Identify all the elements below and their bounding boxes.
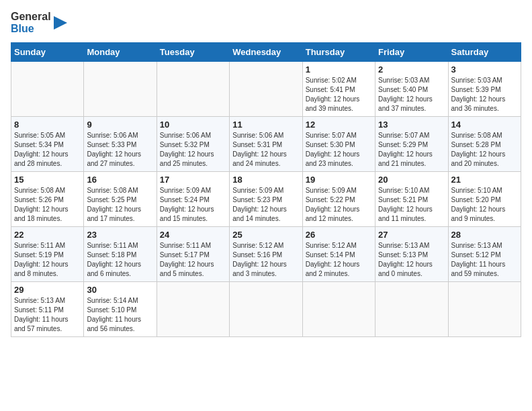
day-number: 29	[14, 285, 81, 295]
calendar-cell: 23 Sunrise: 5:11 AMSunset: 5:18 PMDaylig…	[84, 227, 157, 282]
day-info: Sunrise: 5:13 AMSunset: 5:11 PMDaylight:…	[14, 297, 69, 332]
calendar-cell: 3 Sunrise: 5:03 AMSunset: 5:39 PMDayligh…	[448, 62, 521, 117]
calendar-cell: 18 Sunrise: 5:09 AMSunset: 5:23 PMDaylig…	[230, 172, 302, 227]
calendar-cell: 9 Sunrise: 5:06 AMSunset: 5:33 PMDayligh…	[84, 117, 157, 172]
calendar-cell	[375, 282, 448, 337]
calendar-cell: 19 Sunrise: 5:09 AMSunset: 5:22 PMDaylig…	[302, 172, 375, 227]
day-info: Sunrise: 5:11 AMSunset: 5:17 PMDaylight:…	[160, 242, 214, 277]
day-info: Sunrise: 5:08 AMSunset: 5:25 PMDaylight:…	[87, 187, 141, 222]
col-header-monday: Monday	[84, 43, 157, 62]
calendar-cell: 27 Sunrise: 5:13 AMSunset: 5:13 PMDaylig…	[375, 227, 448, 282]
calendar-cell	[448, 282, 521, 337]
calendar-cell: 25 Sunrise: 5:12 AMSunset: 5:16 PMDaylig…	[230, 227, 302, 282]
day-number: 26	[306, 230, 372, 240]
calendar-cell: 22 Sunrise: 5:11 AMSunset: 5:19 PMDaylig…	[11, 227, 84, 282]
day-info: Sunrise: 5:09 AMSunset: 5:24 PMDaylight:…	[160, 187, 214, 222]
day-info: Sunrise: 5:08 AMSunset: 5:28 PMDaylight:…	[451, 132, 506, 167]
calendar-cell	[230, 62, 302, 117]
logo-general: General	[11, 11, 51, 23]
day-number: 27	[378, 230, 445, 240]
day-info: Sunrise: 5:10 AMSunset: 5:21 PMDaylight:…	[378, 187, 433, 222]
day-info: Sunrise: 5:11 AMSunset: 5:18 PMDaylight:…	[87, 242, 141, 277]
day-number: 14	[451, 120, 518, 130]
day-number: 13	[378, 120, 445, 130]
day-number: 8	[14, 120, 81, 130]
calendar-week-2: 8 Sunrise: 5:05 AMSunset: 5:34 PMDayligh…	[11, 117, 521, 172]
calendar-cell	[157, 282, 229, 337]
col-header-sunday: Sunday	[11, 43, 84, 62]
day-info: Sunrise: 5:10 AMSunset: 5:20 PMDaylight:…	[451, 187, 506, 222]
day-info: Sunrise: 5:03 AMSunset: 5:39 PMDaylight:…	[451, 77, 506, 112]
calendar-week-4: 22 Sunrise: 5:11 AMSunset: 5:19 PMDaylig…	[11, 227, 521, 282]
calendar-cell: 8 Sunrise: 5:05 AMSunset: 5:34 PMDayligh…	[11, 117, 84, 172]
day-number: 19	[306, 175, 372, 185]
col-header-wednesday: Wednesday	[230, 43, 302, 62]
col-header-friday: Friday	[375, 43, 448, 62]
day-number: 30	[87, 285, 153, 295]
calendar-cell: 30 Sunrise: 5:14 AMSunset: 5:10 PMDaylig…	[84, 282, 157, 337]
calendar-cell	[230, 282, 302, 337]
logo-arrow-icon	[54, 13, 67, 33]
calendar-cell: 10 Sunrise: 5:06 AMSunset: 5:32 PMDaylig…	[157, 117, 229, 172]
calendar-cell	[157, 62, 229, 117]
calendar-cell: 20 Sunrise: 5:10 AMSunset: 5:21 PMDaylig…	[375, 172, 448, 227]
calendar-cell: 24 Sunrise: 5:11 AMSunset: 5:17 PMDaylig…	[157, 227, 229, 282]
day-info: Sunrise: 5:09 AMSunset: 5:22 PMDaylight:…	[306, 187, 360, 222]
day-number: 12	[306, 120, 372, 130]
day-info: Sunrise: 5:07 AMSunset: 5:29 PMDaylight:…	[378, 132, 433, 167]
day-number: 28	[451, 230, 518, 240]
day-info: Sunrise: 5:06 AMSunset: 5:31 PMDaylight:…	[232, 132, 287, 167]
day-number: 2	[378, 64, 445, 75]
day-number: 9	[87, 120, 153, 130]
calendar-week-3: 15 Sunrise: 5:08 AMSunset: 5:26 PMDaylig…	[11, 172, 521, 227]
day-number: 17	[160, 175, 226, 185]
calendar-cell: 21 Sunrise: 5:10 AMSunset: 5:20 PMDaylig…	[448, 172, 521, 227]
col-header-tuesday: Tuesday	[157, 43, 229, 62]
day-number: 22	[14, 230, 81, 240]
day-number: 21	[451, 175, 518, 185]
calendar-cell: 2 Sunrise: 5:03 AMSunset: 5:40 PMDayligh…	[375, 62, 448, 117]
day-number: 1	[306, 64, 372, 75]
day-number: 11	[232, 120, 299, 130]
calendar-cell: 16 Sunrise: 5:08 AMSunset: 5:25 PMDaylig…	[84, 172, 157, 227]
calendar-cell: 11 Sunrise: 5:06 AMSunset: 5:31 PMDaylig…	[230, 117, 302, 172]
logo-blue: Blue	[11, 23, 51, 35]
svg-marker-0	[54, 16, 67, 30]
day-info: Sunrise: 5:13 AMSunset: 5:12 PMDaylight:…	[451, 242, 506, 277]
calendar-cell: 29 Sunrise: 5:13 AMSunset: 5:11 PMDaylig…	[11, 282, 84, 337]
calendar-week-1: 1 Sunrise: 5:02 AMSunset: 5:41 PMDayligh…	[11, 62, 521, 117]
calendar-cell: 26 Sunrise: 5:12 AMSunset: 5:14 PMDaylig…	[302, 227, 375, 282]
day-info: Sunrise: 5:14 AMSunset: 5:10 PMDaylight:…	[87, 297, 141, 332]
day-info: Sunrise: 5:07 AMSunset: 5:30 PMDaylight:…	[306, 132, 360, 167]
day-info: Sunrise: 5:08 AMSunset: 5:26 PMDaylight:…	[14, 187, 69, 222]
calendar-table: SundayMondayTuesdayWednesdayThursdayFrid…	[11, 42, 521, 337]
day-info: Sunrise: 5:03 AMSunset: 5:40 PMDaylight:…	[378, 77, 433, 112]
day-number: 3	[451, 64, 518, 75]
day-number: 24	[160, 230, 226, 240]
day-info: Sunrise: 5:12 AMSunset: 5:14 PMDaylight:…	[306, 242, 360, 277]
day-number: 18	[232, 175, 299, 185]
day-info: Sunrise: 5:11 AMSunset: 5:19 PMDaylight:…	[14, 242, 69, 277]
day-number: 10	[160, 120, 226, 130]
calendar-cell: 17 Sunrise: 5:09 AMSunset: 5:24 PMDaylig…	[157, 172, 229, 227]
calendar-cell: 13 Sunrise: 5:07 AMSunset: 5:29 PMDaylig…	[375, 117, 448, 172]
day-info: Sunrise: 5:06 AMSunset: 5:32 PMDaylight:…	[160, 132, 214, 167]
calendar-cell: 12 Sunrise: 5:07 AMSunset: 5:30 PMDaylig…	[302, 117, 375, 172]
logo-text: General Blue	[11, 11, 51, 34]
calendar-cell	[84, 62, 157, 117]
calendar-cell	[302, 282, 375, 337]
calendar-cell	[11, 62, 84, 117]
calendar-cell: 28 Sunrise: 5:13 AMSunset: 5:12 PMDaylig…	[448, 227, 521, 282]
page-header: General Blue	[11, 11, 521, 34]
day-number: 25	[232, 230, 299, 240]
calendar-cell: 15 Sunrise: 5:08 AMSunset: 5:26 PMDaylig…	[11, 172, 84, 227]
day-info: Sunrise: 5:06 AMSunset: 5:33 PMDaylight:…	[87, 132, 141, 167]
day-number: 16	[87, 175, 153, 185]
col-header-saturday: Saturday	[448, 43, 521, 62]
col-header-thursday: Thursday	[302, 43, 375, 62]
day-info: Sunrise: 5:12 AMSunset: 5:16 PMDaylight:…	[232, 242, 287, 277]
calendar-cell: 1 Sunrise: 5:02 AMSunset: 5:41 PMDayligh…	[302, 62, 375, 117]
day-number: 20	[378, 175, 445, 185]
day-info: Sunrise: 5:05 AMSunset: 5:34 PMDaylight:…	[14, 132, 69, 167]
logo: General Blue	[11, 11, 67, 34]
